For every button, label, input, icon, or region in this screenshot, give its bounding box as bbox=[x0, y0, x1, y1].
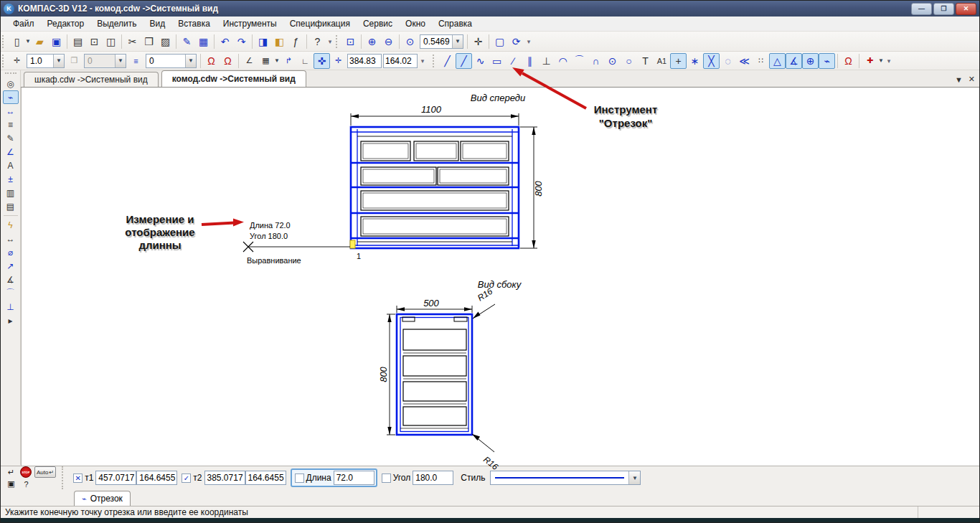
add-point-button[interactable]: ✚ bbox=[862, 53, 878, 69]
toolbar-overflow[interactable]: ▾ bbox=[326, 38, 334, 45]
object-help-button[interactable]: ? bbox=[20, 479, 32, 489]
points-on-curve-tool[interactable]: ◌ bbox=[720, 53, 736, 69]
t1-x-field[interactable]: 457.0717 bbox=[95, 471, 136, 485]
drawing-canvas[interactable] bbox=[21, 88, 980, 466]
segment-tool[interactable]: ╱ bbox=[456, 53, 472, 69]
layer-caret[interactable]: ▼ bbox=[185, 55, 196, 67]
zoom-by-frame-button[interactable]: ⊡ bbox=[342, 34, 359, 50]
spline-tool[interactable]: ∿ bbox=[472, 53, 489, 69]
plus-minus-panel-button[interactable]: ± bbox=[3, 172, 19, 186]
zoom-out-button[interactable]: ⊖ bbox=[380, 34, 397, 50]
zoom-scale-caret[interactable]: ▼ bbox=[452, 35, 463, 48]
zoom-current-button[interactable]: ⊙ bbox=[402, 34, 418, 50]
menu-tools[interactable]: Инструменты bbox=[217, 17, 283, 30]
create-object-button[interactable]: ↵ bbox=[5, 467, 17, 478]
arc-3pt-tool[interactable]: ⌒ bbox=[571, 53, 588, 69]
step-value[interactable]: 1.0 bbox=[27, 56, 53, 66]
angle-checkbox[interactable] bbox=[382, 473, 391, 483]
rectangle-tool[interactable]: ▭ bbox=[489, 53, 505, 69]
state-toolbar-grip[interactable] bbox=[2, 55, 6, 67]
t2-x-field[interactable]: 385.0717 bbox=[204, 471, 245, 485]
tab-komod[interactable]: комод.cdw ->Системный вид bbox=[161, 70, 306, 87]
t2-y-field[interactable]: 164.6455 bbox=[245, 471, 286, 485]
menu-service[interactable]: Сервис bbox=[357, 17, 399, 30]
menu-insert[interactable]: Вставка bbox=[171, 17, 217, 30]
arc-dimension-button[interactable]: ⌒ bbox=[3, 286, 19, 300]
ortho-button[interactable]: ∟ bbox=[297, 53, 314, 69]
geometry-toolbar-overflow[interactable]: ▾ bbox=[885, 57, 893, 65]
t1-checkbox[interactable]: ✕ bbox=[73, 473, 83, 483]
copy-button[interactable]: ❒ bbox=[141, 34, 157, 50]
geometry-toolbar-grip[interactable] bbox=[433, 55, 437, 67]
specification-panel-button[interactable]: ▥ bbox=[3, 186, 19, 199]
menu-editor[interactable]: Редактор bbox=[41, 17, 91, 30]
menu-view[interactable]: Вид bbox=[143, 17, 172, 30]
view-toolbar-overflow[interactable]: ▾ bbox=[524, 38, 533, 45]
reports-panel-button[interactable]: ▤ bbox=[3, 199, 19, 213]
perpendicular-line-tool[interactable]: ⊥ bbox=[538, 53, 555, 69]
snap-settings-button[interactable]: Ω bbox=[203, 53, 220, 69]
context-help-button[interactable]: ? bbox=[309, 34, 326, 50]
length-checkbox[interactable] bbox=[295, 473, 304, 483]
fx-button[interactable]: ƒ bbox=[288, 34, 304, 50]
view-toolbar-grip[interactable] bbox=[336, 35, 340, 48]
auxiliary-line-tool[interactable]: ╱ bbox=[439, 53, 456, 69]
state-toolbar-overflow[interactable]: ▾ bbox=[418, 57, 427, 65]
length-field[interactable]: 72.0 bbox=[334, 471, 374, 485]
menu-help[interactable]: Справка bbox=[432, 17, 479, 30]
geometry-panel-button[interactable]: ⌁ bbox=[3, 90, 19, 104]
copy-properties-button[interactable]: ✎ bbox=[179, 34, 195, 50]
variables-window-button[interactable]: ◨ bbox=[255, 34, 271, 50]
cut-button[interactable]: ✂ bbox=[124, 34, 141, 50]
zoom-in-button[interactable]: ⊕ bbox=[364, 34, 380, 50]
editing-panel-button[interactable]: ✎ bbox=[3, 131, 19, 145]
designations-panel-button[interactable]: ≡ bbox=[3, 118, 19, 131]
zoom-scale-value[interactable]: 0.5469 bbox=[420, 37, 452, 47]
pan-button[interactable]: ✛ bbox=[470, 34, 486, 50]
angle-snap-button[interactable]: ∠ bbox=[241, 53, 258, 69]
close-button[interactable]: ✕ bbox=[956, 3, 976, 15]
print-preview-button[interactable]: ⊡ bbox=[86, 34, 103, 50]
menu-select[interactable]: Выделить bbox=[90, 17, 143, 30]
angle-field[interactable]: 180.0 bbox=[413, 471, 453, 485]
t2-checkbox[interactable]: ✓ bbox=[182, 473, 191, 483]
arc-tool[interactable]: ◠ bbox=[555, 53, 571, 69]
line-style-combo[interactable]: ▼ bbox=[490, 471, 641, 485]
arc-tangent-tool[interactable]: ∩ bbox=[588, 53, 604, 69]
measurements-panel-button[interactable]: A bbox=[3, 159, 19, 172]
layer-value[interactable]: 0 bbox=[146, 56, 185, 66]
page-setup-button[interactable]: ◫ bbox=[103, 34, 119, 50]
save-button[interactable]: ▣ bbox=[48, 34, 65, 50]
interrupt-button[interactable]: STOP bbox=[20, 466, 32, 478]
segment-2pt-tool[interactable]: ∕ bbox=[505, 53, 522, 69]
remember-state-button[interactable]: ▣ bbox=[5, 479, 17, 489]
grid-button[interactable]: ▦ bbox=[258, 53, 274, 69]
refresh-view-button[interactable]: ⟳ bbox=[508, 34, 524, 50]
datum-dimension-button[interactable]: ⊥ bbox=[3, 300, 19, 314]
diametral-dimension-button[interactable]: ⌀ bbox=[3, 245, 19, 259]
print-button[interactable]: ▤ bbox=[70, 34, 86, 50]
parametrization-panel-button[interactable]: ∠ bbox=[3, 145, 19, 159]
point-on-curve-tool[interactable]: ∗ bbox=[687, 53, 703, 69]
cursor-x-field[interactable]: 384.83 bbox=[347, 54, 382, 68]
calculator-window-button[interactable]: ◧ bbox=[271, 34, 288, 50]
projection-point-tool[interactable]: ≪ bbox=[736, 53, 753, 69]
intersection-point-tool[interactable]: ╳ bbox=[703, 53, 720, 69]
ellipse-tool[interactable]: ○ bbox=[621, 53, 637, 69]
grid-caret[interactable]: ▼ bbox=[274, 57, 281, 64]
minimize-button[interactable]: — bbox=[911, 3, 932, 15]
auto-dimension-button[interactable]: ϟ bbox=[3, 218, 19, 232]
triangle-snap-tool[interactable]: △ bbox=[769, 53, 786, 69]
cursor-y-field[interactable]: 164.02 bbox=[383, 54, 418, 68]
zoom-scale-combo[interactable]: 0.5469 ▼ bbox=[420, 34, 463, 49]
angular-dimension-button[interactable]: ∡ bbox=[3, 273, 19, 286]
panel-more-button[interactable]: ▸ bbox=[3, 314, 19, 327]
ortho-drawing-toggle[interactable]: ✜ bbox=[314, 53, 330, 69]
paste-button[interactable]: ▨ bbox=[157, 34, 174, 50]
radial-dimension-button[interactable]: ↗ bbox=[3, 259, 19, 273]
linear-dimension-button[interactable]: ↔ bbox=[3, 232, 19, 245]
t1-y-field[interactable]: 164.6455 bbox=[136, 471, 177, 485]
show-all-button[interactable]: ▢ bbox=[491, 34, 508, 50]
toolbar-grip[interactable] bbox=[2, 35, 6, 48]
local-cs-button[interactable]: ↱ bbox=[281, 53, 297, 69]
